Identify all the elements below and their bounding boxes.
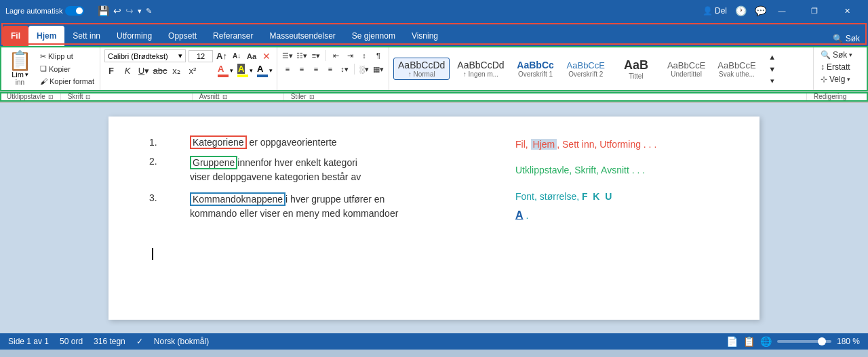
tab-hjem[interactable]: Hjem [28, 26, 64, 46]
numbering-button[interactable]: ☷▾ [296, 49, 308, 62]
autosave-toggle[interactable]: Lagre automatisk [5, 6, 84, 16]
align-right-button[interactable]: ≡ [310, 63, 322, 75]
doc-page: 1. Kategoriene er oppgaveorienterte 2. G… [108, 117, 760, 320]
tab-referanser[interactable]: Referanser [205, 26, 261, 46]
search-button[interactable]: 🔍 Søk ▾ [819, 49, 863, 60]
borders-button[interactable]: ▦▾ [372, 63, 384, 75]
copy-button[interactable]: ❏ Kopier [39, 64, 96, 74]
font-color-button2[interactable]: A [257, 64, 268, 77]
select-dropdown[interactable]: ▾ [847, 76, 850, 83]
paragraph-label-text: Avsnitt [199, 93, 220, 100]
tab-sett-inn[interactable]: Sett inn [64, 26, 108, 46]
subscript-button[interactable]: x₂ [170, 64, 183, 77]
outdent-button[interactable]: ⇤ [330, 49, 342, 62]
quick-more-icon[interactable]: ▾ [138, 7, 142, 16]
style-title[interactable]: AaB Tittel [612, 56, 660, 82]
font-expand-icon[interactable]: ⊡ [85, 93, 91, 100]
search-edit-dropdown[interactable]: ▾ [849, 51, 852, 58]
tab-utforming[interactable]: Utforming [108, 26, 160, 46]
select-label: Velg [829, 75, 845, 84]
bullets-button[interactable]: ☰▾ [281, 49, 294, 62]
toggle-switch[interactable] [65, 6, 84, 16]
list-text-3b: kommando eller viser en meny med kommand… [190, 208, 398, 219]
shading-button[interactable]: ░▾ [358, 63, 370, 75]
focus-icon[interactable]: 📄 [726, 336, 738, 347]
font-size-input[interactable]: 12 [189, 50, 213, 62]
clear-format-button[interactable]: ✕ [260, 50, 273, 62]
style-no-spacing-preview: AaBbCcDd [457, 60, 504, 70]
replace-button[interactable]: ↕ Erstatt [819, 62, 863, 72]
bold-button[interactable]: F [104, 64, 118, 77]
tab-se-gjennom[interactable]: Se gjennom [344, 26, 403, 46]
copy-format-button[interactable]: 🖌 Kopier format [39, 77, 96, 86]
text-color-dropdown[interactable]: ▾ [230, 67, 233, 74]
web-layout-icon[interactable]: 🌐 [760, 336, 772, 347]
align-left-button[interactable]: ≡ [281, 63, 294, 75]
content-area: 1. Kategoriene er oppgaveorienterte 2. G… [149, 137, 719, 262]
print-layout-icon[interactable]: 📋 [743, 336, 755, 347]
replace-icon: ↕ [821, 62, 825, 72]
maximize-button[interactable]: ❐ [799, 0, 830, 22]
tab-oppsett[interactable]: Oppsett [160, 26, 205, 46]
paste-dropdown[interactable]: ▾ [25, 71, 28, 78]
show-marks-button[interactable]: ¶ [372, 49, 384, 62]
styles-group: AaBbCcDd ↑ Normal AaBbCcDd ↑ Ingen m... … [389, 47, 814, 90]
strikethrough-button[interactable]: abc [153, 64, 167, 77]
tab-masseutsendelser[interactable]: Masseutsendelser [261, 26, 343, 46]
font-name-dropdown-icon: ▾ [178, 51, 182, 60]
quick-save-icon[interactable]: 💾 [98, 5, 109, 16]
styles-expand[interactable]: ▾ [766, 75, 778, 87]
share-button[interactable]: 👤 Del [703, 6, 727, 16]
minimize-button[interactable]: — [766, 0, 797, 22]
comments-icon[interactable]: 💬 [755, 5, 766, 16]
case-button[interactable]: Aa [245, 50, 258, 62]
style-normal[interactable]: AaBbCcDd ↑ Normal [393, 58, 450, 80]
multilevel-button[interactable]: ≡▾ [310, 49, 322, 62]
tab-fil[interactable]: Fil [3, 26, 28, 46]
line-spacing-button[interactable]: ↕▾ [338, 63, 351, 75]
style-heading2-preview: AaBbCcE [567, 60, 605, 70]
style-no-spacing[interactable]: AaBbCcDd ↑ Ingen m... [452, 58, 509, 80]
styles-expand-icon[interactable]: ⊡ [309, 93, 315, 100]
indent-button[interactable]: ⇥ [344, 49, 356, 62]
tab-visning[interactable]: Visning [403, 26, 446, 46]
list-text-2a: innenfor hver enkelt kategori [237, 157, 357, 168]
title-bar: Lagre automatisk 💾 ↩ ↪ ▾ ✎ 👤 Del 🕐 💬 — ❐… [0, 0, 868, 22]
sort-button[interactable]: ↕ [358, 49, 370, 62]
style-subtitle[interactable]: AaBbCcE Undertittel [663, 58, 710, 80]
justify-button[interactable]: ≡ [324, 63, 336, 75]
styles-scroll-up[interactable]: ▲ [766, 51, 778, 63]
underline-button[interactable]: U▾ [137, 64, 151, 77]
style-heading1-preview: AaBbCc [517, 60, 553, 70]
highlight-dropdown[interactable]: ▾ [250, 67, 253, 74]
quick-redo-icon[interactable]: ↪ [125, 5, 134, 16]
history-icon[interactable]: 🕐 [735, 5, 747, 16]
align-center-button[interactable]: ≡ [296, 63, 308, 75]
style-subtle[interactable]: AaBbCcE Svak uthe... [713, 58, 760, 80]
zoom-slider[interactable] [777, 340, 831, 343]
clipboard-expand-icon[interactable]: ⊡ [48, 93, 54, 100]
style-heading2[interactable]: AaBbCcE Overskrift 2 [562, 58, 610, 80]
superscript-button[interactable]: x² [186, 64, 199, 77]
text-color-button[interactable]: A [218, 64, 229, 77]
font-color-dropdown[interactable]: ▾ [269, 67, 273, 74]
italic-button[interactable]: K [121, 64, 134, 77]
paste-button[interactable]: 📋 Lim ▾ inn [4, 50, 36, 87]
cut-button[interactable]: ✂ Klipp ut [39, 51, 96, 62]
select-button[interactable]: ⊹ Velg ▾ [819, 74, 863, 85]
font-shrink-button[interactable]: A↓ [231, 50, 243, 62]
cut-icon: ✂ [40, 52, 46, 61]
paragraph-expand-icon[interactable]: ⊡ [222, 93, 228, 100]
highlight-color-button[interactable]: A [237, 64, 248, 77]
styles-scroll-down[interactable]: ▼ [766, 63, 778, 75]
close-button[interactable]: ✕ [831, 0, 863, 22]
font-name-select[interactable]: Calibri (Brødtekst) ▾ [104, 49, 186, 62]
customize-icon[interactable]: ✎ [146, 7, 152, 16]
style-normal-label: ↑ Normal [408, 70, 435, 78]
tab-search[interactable]: 🔍 Søk [827, 31, 865, 46]
style-heading1[interactable]: AaBbCc Overskrift 1 [512, 58, 559, 80]
list-text-1: Kategoriene er oppgaveorienterte [190, 137, 337, 148]
font-grow-button[interactable]: A↑ [216, 50, 228, 62]
style-title-label: Tittel [629, 72, 643, 80]
quick-undo-icon[interactable]: ↩ [113, 5, 121, 16]
